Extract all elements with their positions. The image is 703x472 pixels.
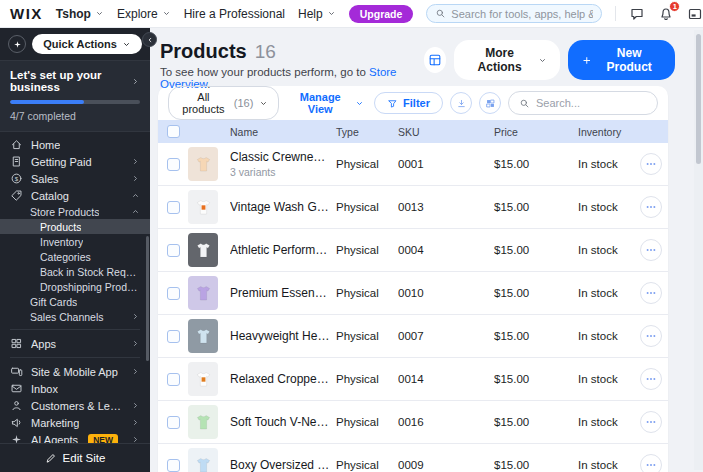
page-scrollbar[interactable] (694, 30, 703, 470)
sidebar-item-getting-paid[interactable]: Getting Paid (0, 153, 150, 170)
product-type: Physical (336, 158, 398, 170)
table-row[interactable]: Classic Crewneck Tee3 variantsPhysical00… (158, 143, 668, 186)
chevron-down-icon (327, 9, 336, 18)
row-checkbox[interactable] (167, 287, 180, 300)
row-checkbox[interactable] (167, 201, 180, 214)
chevron-up-icon (131, 207, 140, 216)
sidebar-item-label: Store Products (30, 206, 99, 218)
setup-panel[interactable]: Let's set up your business 4/7 completed (0, 60, 150, 132)
table-header: Name Type SKU Price Inventory (158, 120, 668, 143)
sidebar-item-apps[interactable]: Apps (0, 335, 150, 352)
sidebar-item-label: Dropshipping Products (40, 281, 140, 293)
column-name: Name (230, 126, 336, 138)
upgrade-button[interactable]: Upgrade (349, 5, 414, 23)
row-actions-button[interactable] (640, 153, 662, 175)
table-row[interactable]: Athletic Performance ...Physical0004$15.… (158, 229, 668, 272)
row-actions-button[interactable] (640, 196, 662, 218)
product-price: $15.00 (494, 373, 578, 385)
select-all-checkbox[interactable] (167, 125, 180, 138)
product-type: Physical (336, 373, 398, 385)
customize-columns-button[interactable] (479, 92, 501, 114)
sidebar-item-sales[interactable]: $Sales (0, 170, 150, 187)
table-row[interactable]: Boxy Oversized TeePhysical0009$15.00In s… (158, 444, 668, 472)
sidebar-item-back-in-stock-requests[interactable]: Back in Stock Requests (0, 264, 150, 279)
chevron-down-icon (538, 56, 547, 65)
product-type: Physical (336, 201, 398, 213)
more-options-icon (645, 158, 657, 170)
filter-button[interactable]: Filter (374, 92, 443, 114)
product-price: $15.00 (494, 201, 578, 213)
row-actions-button[interactable] (640, 411, 662, 433)
sidebar-item-dropshipping-products[interactable]: Dropshipping Products (0, 279, 150, 294)
row-checkbox[interactable] (167, 244, 180, 257)
sidebar-item-customers-leads[interactable]: Customers & Leads (0, 397, 150, 414)
sidebar-item-label: Customers & Leads (31, 400, 123, 412)
sidebar-item-site-mobile-app[interactable]: Site & Mobile App (0, 363, 150, 380)
new-product-button[interactable]: New Product (568, 40, 675, 80)
funnel-icon (387, 98, 398, 109)
manage-view-button[interactable]: Manage View (289, 91, 364, 115)
new-badge: NEW (88, 434, 118, 444)
sidebar-collapse-button[interactable] (142, 32, 157, 47)
row-actions-button[interactable] (640, 368, 662, 390)
sidebar-item-gift-cards[interactable]: Gift Cards (0, 294, 150, 309)
sidebar-item-sales-channels[interactable]: Sales Channels (0, 309, 150, 324)
sidebar-item-inbox[interactable]: Inbox (0, 380, 150, 397)
my-sites-button[interactable] (687, 6, 703, 22)
product-price: $15.00 (494, 416, 578, 428)
quick-actions-row: Quick Actions (0, 28, 150, 60)
sidebar-item-label: Site & Mobile App (31, 366, 118, 378)
global-search-input[interactable] (451, 8, 593, 20)
scrollbar-thumb[interactable] (696, 34, 701, 164)
chevron-right-icon (131, 312, 140, 321)
row-actions-button[interactable] (640, 454, 662, 472)
sidebar-item-catalog[interactable]: Catalog (0, 187, 150, 204)
sidebar-item-inventory[interactable]: Inventory (0, 234, 150, 249)
table-row[interactable]: Premium Essential TeePhysical0010$15.00I… (158, 272, 668, 315)
row-checkbox[interactable] (167, 416, 180, 429)
table-row[interactable]: Soft Touch V-Neck TeePhysical0016$15.00I… (158, 401, 668, 444)
hire-a-professional-link[interactable]: Hire a Professional (184, 7, 285, 21)
row-checkbox[interactable] (167, 459, 180, 472)
row-checkbox[interactable] (167, 330, 180, 343)
wix-logo[interactable]: WIX (10, 5, 43, 22)
explore-menu[interactable]: Explore (117, 7, 171, 21)
table-row[interactable]: Vintage Wash Graphi...Physical0013$15.00… (158, 186, 668, 229)
table-row[interactable]: Heavyweight Heritag...Physical0007$15.00… (158, 315, 668, 358)
row-actions-button[interactable] (640, 282, 662, 304)
more-actions-button[interactable]: More Actions (454, 40, 559, 80)
product-inventory: In stock (578, 416, 634, 428)
table-search-input[interactable] (536, 97, 647, 109)
sidebar-item-label: Marketing (31, 417, 79, 429)
notifications-button[interactable]: 1 (658, 6, 674, 22)
edit-site-button[interactable]: Edit Site (0, 443, 150, 472)
table-row[interactable]: Relaxed Cropped TeePhysical0014$15.00In … (158, 358, 668, 401)
inbox-icon (10, 382, 23, 395)
row-actions-button[interactable] (640, 325, 662, 347)
product-inventory: In stock (578, 244, 634, 256)
help-menu[interactable]: Help (298, 7, 336, 21)
sidebar: Quick Actions Let's set up your business… (0, 28, 150, 472)
row-actions-button[interactable] (640, 239, 662, 261)
sidebar-item-label: Products (40, 221, 81, 233)
row-checkbox[interactable] (167, 373, 180, 386)
sidebar-item-marketing[interactable]: Marketing (0, 414, 150, 431)
table-search[interactable] (508, 91, 658, 115)
sidebar-scrollbar[interactable] (146, 236, 149, 361)
sidebar-item-categories[interactable]: Categories (0, 249, 150, 264)
feedback-chat-button[interactable] (629, 6, 645, 22)
site-selector[interactable]: Tshop (56, 7, 104, 21)
product-inventory: In stock (578, 459, 634, 471)
sidebar-item-home[interactable]: Home (0, 136, 150, 153)
view-filter-dropdown[interactable]: All products (16) (168, 86, 279, 120)
dashboard-layout-button[interactable] (424, 47, 447, 73)
quick-actions-button[interactable]: Quick Actions (32, 34, 142, 54)
quick-actions-spark-button[interactable] (8, 35, 26, 53)
global-search[interactable] (426, 4, 602, 23)
sidebar-item-store-products[interactable]: Store Products (0, 204, 150, 219)
row-checkbox[interactable] (167, 158, 180, 171)
sidebar-item-products[interactable]: Products (0, 219, 150, 234)
sidebar-item-label: Gift Cards (30, 296, 77, 308)
sidebar-item-ai-agents[interactable]: AI AgentsNEW (0, 431, 150, 443)
export-button[interactable] (450, 92, 472, 114)
